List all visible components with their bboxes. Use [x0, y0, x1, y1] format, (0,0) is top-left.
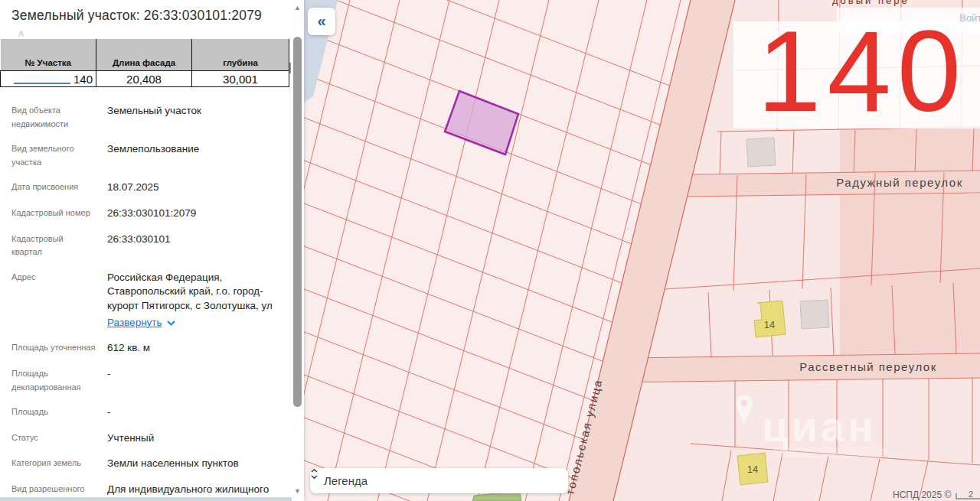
- field-land-category: Категория земель Земли населенных пункто…: [0, 457, 304, 471]
- cian-watermark-text: циан: [762, 402, 877, 451]
- field-cadastral-quarter: Кадастровый квартал 26:33:030101: [0, 233, 304, 259]
- panel-bottom-edge: [0, 497, 292, 501]
- legend-label: Легенда: [324, 474, 368, 487]
- field-parcel-kind: Вид земельного участка Землепользование: [0, 142, 304, 169]
- building-label-14-a: 14: [764, 319, 775, 330]
- legend-bar[interactable]: Легенда: [310, 468, 568, 493]
- parcel-dimensions-table: № Участка Длина фасада глубина 140 20,40…: [0, 39, 289, 87]
- gray-building-mid: [800, 300, 829, 329]
- big-parcel-number: 140: [757, 14, 979, 129]
- field-object-kind: Вид объекта недвижимости Земельный участ…: [0, 104, 304, 131]
- col-header-facade-length: Длина фасада: [96, 39, 192, 71]
- panel-scrollbar[interactable]: ▲ ▼: [292, 0, 303, 501]
- scrollbar-thumb[interactable]: [293, 37, 302, 407]
- page-title: Земельный участок: 26:33:030101:2079: [11, 8, 292, 24]
- attributes-list: Вид объекта недвижимости Земельный участ…: [0, 104, 304, 501]
- collapse-panel-button[interactable]: «: [308, 8, 335, 35]
- scale-label-fragment: 2: [969, 490, 973, 499]
- table-row: 140 20,408 30,001: [1, 71, 289, 87]
- field-area: Площадь -: [0, 405, 304, 420]
- field-area-refined: Площадь уточненная 612 кв. м: [0, 341, 304, 356]
- street-label-rassvetny: Рассветный переулок: [799, 360, 936, 373]
- cell-parcel-number: 140: [1, 71, 96, 87]
- street-label-top-partial: довый пере: [832, 0, 980, 8]
- cell-facade-length: 20,408: [96, 71, 192, 87]
- ghost-letter: А: [18, 29, 24, 38]
- cell-selection-underline: [14, 83, 70, 84]
- field-address: Адрес Российская Федерация, Ставропольск…: [0, 271, 304, 330]
- gray-building-top: [746, 138, 776, 167]
- map-canvas[interactable]: топольская улица Радужный переулок Рассв…: [304, 0, 980, 501]
- field-cadastral-number: Кадастровый номер 26:33:030101:2079: [0, 207, 304, 221]
- street-label-raduzhny: Радужный переулок: [836, 176, 962, 189]
- scroll-up-arrow[interactable]: ▲: [292, 4, 303, 11]
- field-assign-date: Дата присвоения 18.07.2025: [0, 181, 304, 195]
- pink-quarter-block-top: [840, 129, 980, 174]
- pink-quarter-block-mid: [840, 194, 980, 356]
- parcel-info-panel: Земельный участок: 26:33:030101:2079 А №…: [0, 0, 304, 501]
- chevron-down-icon: [167, 320, 175, 326]
- col-header-depth: глубина: [192, 39, 289, 71]
- nspd-copyright: НСПД 2025 ©: [893, 490, 951, 500]
- field-area-declared: Площадь декларированная -: [0, 367, 304, 394]
- col-header-parcel-number: № Участка: [1, 39, 96, 71]
- expand-address-link[interactable]: Развернуть: [107, 316, 175, 330]
- table-header-row: № Участка Длина фасада глубина: [1, 39, 289, 71]
- login-link[interactable]: Войти: [959, 12, 980, 24]
- cell-depth: 30,001: [192, 71, 289, 87]
- building-label-14-b: 14: [747, 464, 758, 475]
- scroll-down-arrow[interactable]: ▼: [292, 487, 303, 495]
- field-status: Статус Учтенный: [0, 431, 304, 446]
- address-value: Российская Федерация, Ставропольский кра…: [107, 272, 273, 311]
